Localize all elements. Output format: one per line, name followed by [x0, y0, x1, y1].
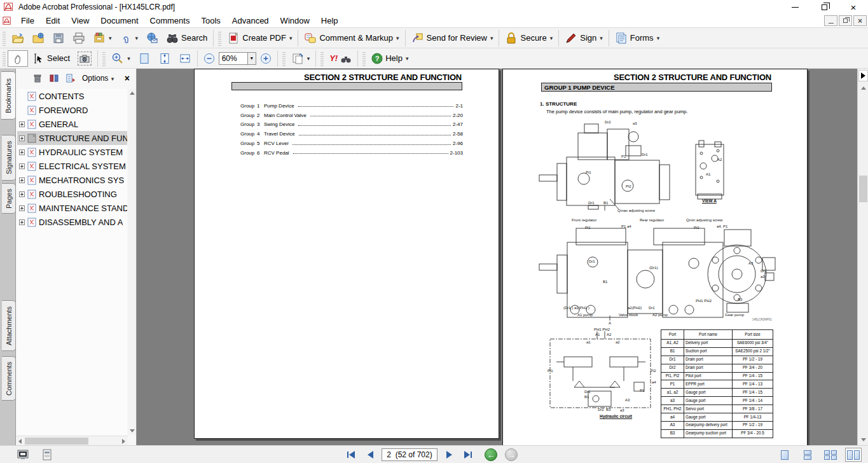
zoom-out-button[interactable] [200, 50, 219, 67]
zoom-dropdown-button[interactable]: ▾ [248, 52, 256, 65]
expand-icon[interactable] [19, 191, 25, 197]
bookmark-contents[interactable]: CONTENTS [17, 89, 127, 103]
toolbar-grip[interactable] [3, 51, 6, 66]
tab-pages[interactable]: Pages [2, 183, 16, 214]
last-page-button[interactable] [460, 448, 476, 462]
bookmark-electrical-system[interactable]: ELECTRICAL SYSTEM [17, 159, 127, 173]
scrollbar-thumb[interactable] [25, 438, 88, 445]
single-page-button[interactable] [776, 448, 793, 462]
continuous-facing-button[interactable] [822, 448, 839, 462]
toolbar-grip[interactable] [282, 51, 286, 66]
bookmark-mechatronics-system[interactable]: MECHATRONICS SYS [17, 173, 127, 187]
fit-page-button[interactable] [134, 50, 155, 67]
yahoo-search-button[interactable]: Y! [326, 50, 355, 67]
expand-icon[interactable] [19, 177, 25, 183]
fit-width-button[interactable] [175, 50, 195, 67]
toolbar-grip[interactable] [218, 31, 221, 46]
attach-button[interactable]: ▾ [116, 30, 142, 46]
previous-view-button[interactable]: ← [485, 448, 497, 461]
bookmark-structure-and-function[interactable]: STRUCTURE AND FUN [17, 131, 127, 145]
hand-tool-button[interactable] [8, 50, 28, 67]
scroll-up-button[interactable] [859, 84, 867, 92]
doc-close-button[interactable]: × [853, 15, 867, 26]
doc-restore-button[interactable] [839, 15, 852, 26]
comment-markup-button[interactable]: Comment & Markup▾ [300, 30, 403, 46]
scrollbar-thumb[interactable] [859, 176, 867, 202]
bookmarks-vertical-scrollbar[interactable] [128, 89, 136, 435]
scroll-down-button[interactable] [859, 436, 867, 444]
fit-height-button[interactable] [155, 50, 175, 67]
bookmark-troubleshooting[interactable]: ROUBLESHOOTING [17, 187, 127, 201]
new-bookmark-icon[interactable] [65, 73, 76, 83]
tab-bookmarks[interactable]: Bookmarks [1, 71, 16, 120]
create-pdf-button[interactable]: Create PDF▾ [223, 30, 296, 46]
toolbar-grip[interactable] [102, 51, 106, 66]
tab-attachments[interactable]: Attachments [2, 300, 16, 351]
open-button[interactable] [8, 30, 28, 46]
expand-icon[interactable] [19, 205, 25, 211]
bookmark-hydraulic-system[interactable]: HYDRAULIC SYSTEM [17, 145, 127, 159]
email-button[interactable] [142, 30, 162, 46]
next-page-button[interactable] [441, 448, 457, 462]
continuous-button[interactable] [799, 448, 816, 462]
menu-comments[interactable]: Comments [144, 15, 196, 27]
menu-help[interactable]: Help [315, 15, 344, 27]
menu-view[interactable]: View [65, 15, 95, 27]
bookmark-foreword[interactable]: FOREWORD [17, 103, 127, 117]
restore-button[interactable] [809, 0, 839, 14]
select-tool-button[interactable]: Select [28, 50, 74, 67]
options-menu-button[interactable]: Options ▾ [82, 74, 114, 83]
close-panel-button[interactable]: × [125, 73, 130, 83]
zoom-tool-button[interactable]: ▾ [107, 50, 134, 67]
toolbar-grip[interactable] [320, 51, 324, 66]
page-display-button[interactable]: ▾ [287, 50, 314, 67]
secure-button[interactable]: Secure▾ [501, 30, 556, 46]
toolbar-grip[interactable] [3, 31, 6, 46]
doc-minimize-button[interactable] [824, 15, 837, 26]
help-button[interactable]: ?Help▾ [368, 50, 412, 67]
minimize-button[interactable] [780, 0, 809, 14]
expand-icon[interactable] [19, 135, 25, 141]
open-web-button[interactable] [28, 30, 48, 46]
scroll-down-button[interactable] [128, 427, 136, 435]
tab-comments[interactable]: Comments [2, 356, 16, 401]
menu-window[interactable]: Window [275, 15, 315, 27]
menu-file[interactable]: File [15, 15, 40, 27]
menu-advanced[interactable]: Advanced [226, 15, 275, 27]
menu-edit[interactable]: Edit [40, 15, 65, 27]
forms-button[interactable]: Forms▾ [611, 30, 663, 46]
tab-signatures[interactable]: Signatures [2, 135, 16, 181]
zoom-level-field[interactable] [219, 52, 248, 65]
document-vertical-scrollbar[interactable] [857, 69, 868, 445]
expand-icon[interactable] [19, 219, 25, 225]
delete-bookmark-icon[interactable] [32, 73, 43, 83]
bookmarks-horizontal-scrollbar[interactable] [16, 436, 128, 445]
first-page-button[interactable] [343, 448, 359, 462]
expand-icon[interactable] [19, 121, 25, 127]
sign-button[interactable]: Sign▾ [561, 30, 607, 46]
scroll-up-button[interactable] [128, 89, 136, 97]
scroll-right-button[interactable] [120, 437, 128, 445]
send-for-review-button[interactable]: Send for Review▾ [408, 30, 497, 46]
save-button[interactable] [48, 30, 69, 46]
bookmark-maintenance-standard[interactable]: MAINTENANCE STAND [17, 201, 127, 215]
page-number-field[interactable] [382, 448, 437, 461]
bookmark-general[interactable]: GENERAL [17, 117, 127, 131]
fullscreen-monitor-icon[interactable] [17, 448, 29, 461]
menu-tools[interactable]: Tools [195, 15, 226, 27]
expand-icon[interactable] [19, 149, 25, 155]
menu-document[interactable]: Document [95, 15, 144, 27]
toolbar-grip[interactable] [362, 51, 366, 66]
expand-current-bookmark-icon[interactable] [49, 73, 59, 83]
scroll-left-button[interactable] [16, 437, 24, 445]
snapshot-tool-button[interactable] [74, 50, 95, 67]
search-button[interactable]: Search [162, 30, 211, 46]
previous-page-button[interactable] [362, 448, 378, 462]
hide-panel-button[interactable] [858, 70, 868, 81]
facing-button[interactable] [845, 448, 862, 462]
print-button[interactable] [69, 30, 89, 46]
organizer-button[interactable]: ▾ [89, 30, 116, 46]
expand-icon[interactable] [19, 163, 25, 169]
page-properties-icon[interactable] [41, 448, 53, 461]
next-view-button[interactable]: → [505, 448, 518, 461]
